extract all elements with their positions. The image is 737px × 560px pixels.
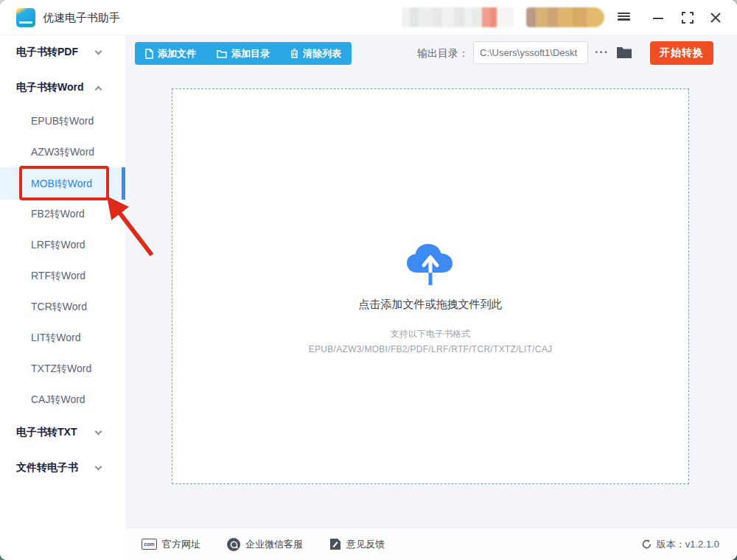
app-title: 优速电子书助手 (43, 0, 120, 35)
sidebar-item-fb2-to-word[interactable]: FB2转Word (0, 199, 125, 228)
sidebar-group-label: 电子书转Word (16, 81, 84, 93)
sidebar-group-label: 文件转电子书 (16, 461, 78, 473)
wechat-support-icon (227, 538, 240, 551)
sidebar-item-lit-to-word[interactable]: LIT转Word (0, 323, 125, 352)
trash-icon (290, 49, 298, 58)
browse-more-button[interactable]: ··· (595, 42, 609, 65)
clear-list-button[interactable]: 清除列表 (280, 42, 352, 65)
chevron-down-icon (95, 463, 102, 471)
add-folder-label: 添加目录 (231, 47, 270, 60)
chevron-up-icon (95, 86, 102, 94)
sidebar-item-rtf-to-word[interactable]: RTF转Word (0, 261, 125, 290)
official-site-link[interactable]: com 官方网址 (142, 538, 200, 551)
dropzone-formats-list: EPUB/AZW3/MOBI/FB2/PDF/LRF/RTF/TCR/TXTZ/… (309, 344, 553, 354)
sidebar-group-ebook-to-pdf[interactable]: 电子书转PDF (0, 37, 125, 66)
open-folder-button[interactable] (616, 46, 632, 62)
sidebar-item-mobi-to-word[interactable]: MOBI转Word (0, 167, 125, 200)
version-info: 版本：v1.2.1.0 (641, 538, 719, 551)
toolbar-button-group: 添加文件 添加目录 清除列表 (135, 42, 352, 65)
folder-open-icon (616, 46, 632, 59)
clear-list-label: 清除列表 (303, 47, 341, 60)
wechat-support-link[interactable]: 企业微信客服 (227, 538, 303, 551)
sidebar-group-ebook-to-txt[interactable]: 电子书转TXT (0, 417, 125, 447)
add-file-button[interactable]: 添加文件 (135, 42, 206, 65)
folder-icon (217, 49, 227, 58)
sidebar-group-label: 电子书转TXT (16, 426, 77, 438)
sidebar-item-tcr-to-word[interactable]: TCR转Word (0, 292, 125, 321)
add-file-label: 添加文件 (158, 47, 196, 60)
feedback-label: 意见反馈 (346, 538, 385, 551)
check-update-icon[interactable] (641, 539, 652, 550)
sidebar-item-lrf-to-word[interactable]: LRF转Word (0, 230, 125, 259)
official-site-label: 官方网址 (162, 538, 200, 551)
wechat-support-label: 企业微信客服 (245, 538, 303, 551)
output-dir-label: 输出目录： (417, 42, 469, 65)
minimize-button[interactable] (647, 7, 669, 28)
minimize-icon (653, 13, 663, 23)
sidebar-item-caj-to-word[interactable]: CAJ转Word (0, 385, 125, 414)
dropzone-hint-text: 点击添加文件或拖拽文件到此 (359, 298, 503, 312)
maximize-button[interactable] (677, 7, 699, 28)
file-dropzone[interactable]: 点击添加文件或拖拽文件到此 支持以下电子书格式 EPUB/AZW3/MOBI/F… (172, 88, 689, 484)
dropzone-formats-title: 支持以下电子书格式 (391, 328, 470, 340)
add-folder-button[interactable]: 添加目录 (206, 42, 280, 65)
chevron-down-icon (95, 48, 102, 55)
sidebar-group-file-to-ebook[interactable]: 文件转电子书 (0, 452, 125, 482)
censored-account-info (402, 7, 514, 27)
app-logo-icon (16, 8, 35, 27)
output-dir-input[interactable] (473, 41, 588, 64)
app-window: 优速电子书助手 电子书转PDF 电子书转Word EPUB转Word AZW3转… (0, 0, 737, 560)
titlebar: 优速电子书助手 (0, 0, 737, 35)
close-button[interactable] (705, 7, 727, 28)
maximize-icon (682, 12, 694, 24)
menu-icon[interactable] (618, 7, 640, 28)
com-icon: com (142, 539, 157, 550)
feedback-icon (329, 538, 341, 550)
sidebar: 电子书转PDF 电子书转Word EPUB转Word AZW3转Word MOB… (0, 35, 125, 560)
censored-badge (526, 7, 604, 27)
sidebar-item-azw3-to-word[interactable]: AZW3转Word (0, 137, 125, 167)
sidebar-item-txtz-to-word[interactable]: TXTZ转Word (0, 354, 125, 383)
feedback-link[interactable]: 意见反馈 (329, 538, 385, 551)
main-panel: 添加文件 添加目录 清除列表 输出目录： ··· 开始转换 (125, 35, 737, 560)
close-icon (710, 13, 721, 23)
chevron-down-icon (95, 428, 102, 435)
footer: com 官方网址 企业微信客服 意见反馈 (125, 528, 737, 560)
file-icon (145, 49, 153, 59)
start-convert-button[interactable]: 开始转换 (650, 41, 713, 65)
version-label: 版本：v1.2.1.0 (657, 538, 719, 551)
cloud-upload-icon (404, 239, 457, 287)
sidebar-item-epub-to-word[interactable]: EPUB转Word (0, 106, 125, 136)
sidebar-group-label: 电子书转PDF (16, 46, 78, 57)
sidebar-group-ebook-to-word[interactable]: 电子书转Word (0, 72, 125, 102)
